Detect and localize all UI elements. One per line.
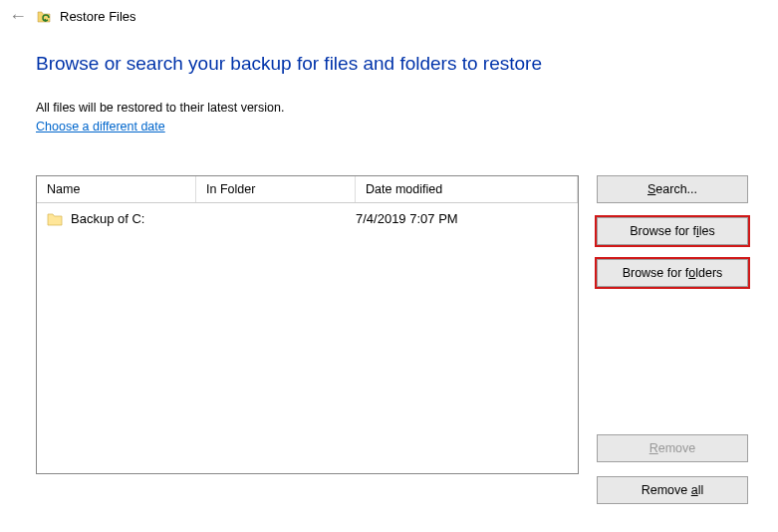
folder-icon [47,212,63,226]
row-name: Backup of C: [71,211,144,226]
restore-icon [36,9,52,25]
version-note: All files will be restored to their late… [36,101,748,115]
remove-button: Remove [597,434,748,462]
file-grid[interactable]: Name In Folder Date modified Backup of C… [36,175,579,474]
page-heading: Browse or search your backup for files a… [36,53,748,75]
column-header-date[interactable]: Date modified [356,176,578,202]
bottom-button-group: Remove Remove all [597,434,748,518]
window-title: Restore Files [60,9,136,24]
choose-date-link[interactable]: Choose a different date [36,120,165,133]
browse-files-button[interactable]: Browse for files [597,217,748,245]
grid-body: Backup of C: 7/4/2019 7:07 PM [37,203,578,234]
titlebar: ← Restore Files [0,0,778,33]
remove-all-button[interactable]: Remove all [597,476,748,504]
search-button[interactable]: Search... [597,175,748,203]
back-arrow-icon[interactable]: ← [8,6,28,27]
browse-folders-button[interactable]: Browse for folders [597,259,748,287]
side-buttons: Search... Browse for files Browse for fo… [597,175,748,518]
content-area: Browse or search your backup for files a… [0,33,778,528]
main-area: Name In Folder Date modified Backup of C… [36,175,748,518]
cell-name: Backup of C: [47,211,196,226]
column-header-folder[interactable]: In Folder [196,176,356,202]
table-row[interactable]: Backup of C: 7/4/2019 7:07 PM [37,203,578,234]
cell-date: 7/4/2019 7:07 PM [356,211,568,226]
column-header-name[interactable]: Name [37,176,196,202]
grid-header: Name In Folder Date modified [37,176,578,203]
